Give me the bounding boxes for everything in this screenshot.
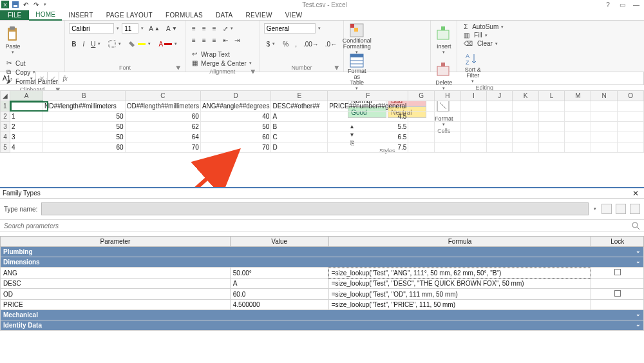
cell[interactable]: B <box>271 122 328 132</box>
align-right-button[interactable]: ≡ <box>210 36 219 44</box>
type-name-input[interactable] <box>41 202 589 215</box>
cell[interactable]: ANG##angle##degrees <box>200 101 271 112</box>
font-color-button[interactable]: A▾ <box>156 40 181 48</box>
row-header[interactable]: 4 <box>1 132 10 142</box>
param-formula[interactable]: =size_lookup("Test", "OD", 111 mm, 50 mm… <box>328 289 591 300</box>
cell[interactable]: 40 <box>200 112 271 122</box>
col-header[interactable]: B <box>43 91 126 101</box>
bold-button[interactable]: B <box>69 40 79 48</box>
ribbon-display-button[interactable]: ▭ <box>616 1 629 8</box>
tab-review[interactable]: REVIEW <box>239 10 278 20</box>
category-mechanical[interactable]: Mechanical⌄ <box>1 310 644 320</box>
row-header[interactable]: 3 <box>1 122 10 132</box>
col-header[interactable]: M <box>565 91 591 101</box>
param-value[interactable]: A <box>230 279 328 289</box>
redo-icon[interactable]: ↷ <box>32 1 40 8</box>
qat-customize-icon[interactable]: ▾ <box>43 2 48 7</box>
minimize-button[interactable]: — <box>630 1 643 8</box>
cell[interactable]: 1 <box>10 112 43 122</box>
align-center-button[interactable]: ≡ <box>200 36 209 44</box>
cell[interactable]: OD##length##millimeters <box>125 101 200 112</box>
cell[interactable]: C <box>271 132 328 142</box>
underline-button[interactable]: U▾ <box>88 40 104 48</box>
file-tab[interactable]: FILE <box>0 10 29 20</box>
collapse-icon[interactable]: ⌄ <box>636 248 641 254</box>
cell[interactable]: 64 <box>125 132 200 142</box>
align-top-button[interactable]: ≡ <box>189 25 198 33</box>
accounting-format-button[interactable]: $▾ <box>264 40 279 48</box>
col-header[interactable]: N <box>591 91 618 101</box>
dialog-launcher-icon[interactable]: ⯆ <box>251 69 256 75</box>
dialog-launcher-icon[interactable]: ⯆ <box>176 65 181 71</box>
italic-button[interactable]: I <box>80 40 87 48</box>
tab-insert[interactable]: INSERT <box>62 10 99 20</box>
align-middle-button[interactable]: ≡ <box>200 25 209 33</box>
wrap-text-button[interactable]: ↩Wrap Text <box>189 50 256 59</box>
name-box[interactable]: A1▾ <box>0 72 36 84</box>
spreadsheet[interactable]: ◢ A B C D E F G H I J K L M N O 1 ND##le… <box>0 90 644 153</box>
enter-formula-icon[interactable]: ✓ <box>48 72 59 84</box>
param-lock[interactable] <box>591 300 644 310</box>
col-formula[interactable]: Formula <box>328 237 591 247</box>
col-parameter[interactable]: Parameter <box>1 237 231 247</box>
font-size-input[interactable] <box>122 23 138 34</box>
col-value[interactable]: Value <box>230 237 328 247</box>
cell[interactable]: 4.5 <box>328 112 408 122</box>
font-name-input[interactable] <box>69 23 114 34</box>
close-icon[interactable]: ✕ <box>630 189 641 198</box>
cell[interactable]: 50 <box>43 112 126 122</box>
cell[interactable]: 60 <box>43 142 126 153</box>
col-header[interactable]: F <box>328 91 408 101</box>
cell[interactable]: 7.5 <box>328 142 408 153</box>
increase-font-icon[interactable]: A▲ <box>146 25 162 33</box>
cell[interactable]: 6.5 <box>328 132 408 142</box>
cut-button[interactable]: ✂Cut <box>4 59 61 68</box>
tab-data[interactable]: DATA <box>209 10 239 20</box>
param-lock[interactable] <box>591 289 644 300</box>
autosum-button[interactable]: Σ AutoSum▾ <box>461 23 507 31</box>
col-header[interactable]: D <box>200 91 271 101</box>
cell[interactable]: 60 <box>125 112 200 122</box>
cell[interactable]: 5.5 <box>328 122 408 132</box>
col-lock[interactable]: Lock <box>591 237 644 247</box>
col-header[interactable]: O <box>618 91 644 101</box>
decrease-decimal-button[interactable]: .0← <box>323 40 339 48</box>
cell[interactable]: 4 <box>10 142 43 153</box>
tab-view[interactable]: VIEW <box>279 10 309 20</box>
cell[interactable]: PRICE##number##general <box>328 101 408 112</box>
collapse-icon[interactable]: ⌄ <box>636 321 641 328</box>
cell[interactable]: 50 <box>43 132 126 142</box>
increase-decimal-button[interactable]: .00→ <box>301 40 321 48</box>
increase-indent-button[interactable]: ⇥ <box>232 36 242 44</box>
param-lock[interactable] <box>591 279 644 289</box>
clear-button[interactable]: ⌫ Clear▾ <box>461 39 507 48</box>
fill-button[interactable]: ▥ Fill▾ <box>461 31 507 39</box>
search-icon[interactable] <box>631 221 640 230</box>
cell[interactable] <box>10 101 43 112</box>
col-header[interactable]: C <box>125 91 200 101</box>
col-header[interactable]: A <box>10 91 43 101</box>
param-lock[interactable] <box>591 268 644 279</box>
delete-type-icon[interactable] <box>630 204 640 214</box>
row-header[interactable]: 5 <box>1 142 10 153</box>
chevron-down-icon[interactable]: ▾ <box>592 206 598 211</box>
param-name[interactable]: OD <box>1 289 231 300</box>
col-header[interactable]: H <box>435 91 461 101</box>
cell[interactable]: 60 <box>200 132 271 142</box>
param-name[interactable]: PRICE <box>1 300 231 310</box>
select-all-corner[interactable]: ◢ <box>1 91 10 101</box>
category-dimensions[interactable]: Dimensions⌄ <box>1 257 644 268</box>
merge-center-button[interactable]: ▦Merge & Center▾ <box>189 59 256 68</box>
borders-button[interactable]: ▾ <box>106 39 125 48</box>
formula-input[interactable] <box>71 72 644 84</box>
rename-type-icon[interactable] <box>616 204 626 214</box>
cell[interactable]: 3 <box>10 132 43 142</box>
row-header[interactable]: 2 <box>1 112 10 122</box>
decrease-indent-button[interactable]: ⇤ <box>220 36 231 44</box>
cell[interactable]: 70 <box>200 142 271 153</box>
cell[interactable]: A <box>271 112 328 122</box>
cell[interactable]: 50 <box>200 122 271 132</box>
align-left-button[interactable]: ≡ <box>189 36 198 44</box>
cell[interactable]: D <box>271 142 328 153</box>
cell[interactable]: 50 <box>43 122 126 132</box>
